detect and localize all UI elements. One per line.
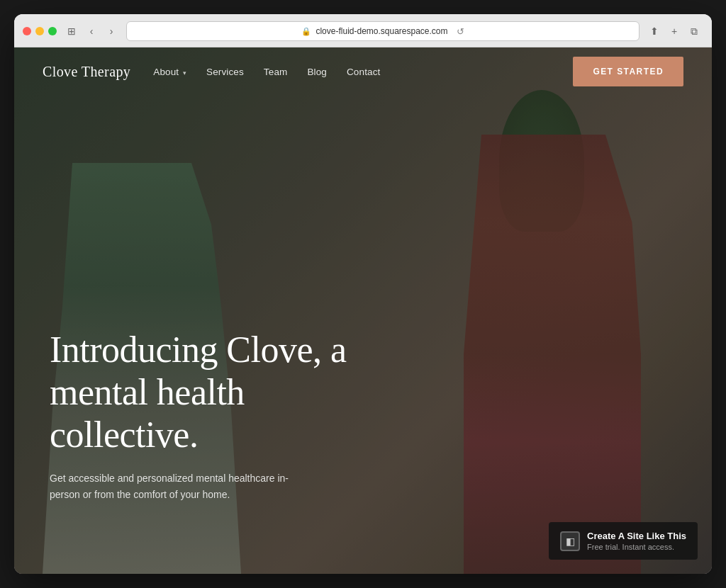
- dropdown-arrow-icon: ▾: [181, 69, 186, 77]
- url-text: clove-fluid-demo.squarespace.com: [315, 26, 447, 36]
- nav-link-services[interactable]: Services: [206, 67, 244, 77]
- brand-name[interactable]: Clove Therapy: [43, 64, 130, 80]
- squarespace-badge[interactable]: ◧ Create A Site Like This Free trial. In…: [549, 522, 698, 560]
- share-button[interactable]: ⬆: [645, 22, 664, 40]
- hero-subtitle: Get accessible and personalized mental h…: [50, 470, 291, 503]
- copy-tab-button[interactable]: ⧉: [685, 22, 703, 40]
- nav-item-blog[interactable]: Blog: [307, 65, 327, 78]
- nav-link-contact[interactable]: Contact: [347, 67, 380, 77]
- lock-icon: 🔒: [301, 27, 311, 36]
- nav-item-contact[interactable]: Contact: [347, 65, 380, 78]
- nav-link-team[interactable]: Team: [264, 67, 288, 77]
- browser-actions: ⬆ + ⧉: [645, 22, 703, 40]
- traffic-lights: [23, 27, 57, 35]
- hero-content: Introducing Clove, a mental health colle…: [50, 329, 362, 503]
- browser-grid-button[interactable]: ⊞: [62, 22, 81, 40]
- squarespace-badge-sub: Free trial. Instant access.: [587, 543, 686, 551]
- browser-back-button[interactable]: ‹: [82, 22, 101, 40]
- nav-link-about[interactable]: About ▾: [153, 67, 186, 77]
- minimize-button[interactable]: [35, 27, 44, 35]
- cta-button[interactable]: GET STARTED: [573, 57, 683, 86]
- nav-item-team[interactable]: Team: [264, 65, 288, 78]
- refresh-icon[interactable]: ↺: [457, 26, 464, 37]
- nav-item-services[interactable]: Services: [206, 65, 244, 78]
- fullscreen-button[interactable]: [48, 27, 57, 35]
- squarespace-badge-cta: Create A Site Like This: [587, 531, 686, 541]
- navbar: Clove Therapy About ▾ Services Team Blog: [14, 47, 712, 96]
- close-button[interactable]: [23, 27, 31, 35]
- website-content: Clove Therapy About ▾ Services Team Blog: [14, 47, 712, 574]
- squarespace-logo-icon: ◧: [560, 531, 580, 551]
- hero-title: Introducing Clove, a mental health colle…: [50, 329, 362, 456]
- squarespace-badge-text: Create A Site Like This Free trial. Inst…: [587, 531, 686, 551]
- browser-forward-button[interactable]: ›: [102, 22, 121, 40]
- address-bar[interactable]: 🔒 clove-fluid-demo.squarespace.com ↺: [126, 21, 640, 41]
- browser-nav-buttons: ⊞ ‹ ›: [62, 22, 121, 40]
- nav-item-about[interactable]: About ▾: [153, 65, 186, 78]
- browser-chrome: ⊞ ‹ › 🔒 clove-fluid-demo.squarespace.com…: [14, 14, 712, 47]
- browser-window: ⊞ ‹ › 🔒 clove-fluid-demo.squarespace.com…: [14, 14, 712, 574]
- nav-links: About ▾ Services Team Blog Contact: [153, 65, 380, 78]
- new-tab-button[interactable]: +: [665, 22, 683, 40]
- nav-link-blog[interactable]: Blog: [307, 67, 327, 77]
